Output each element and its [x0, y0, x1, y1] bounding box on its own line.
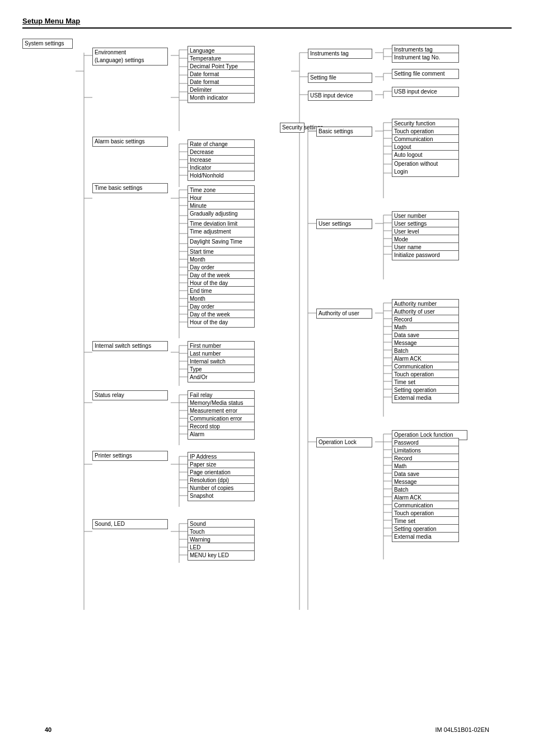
status-relay-node: Status relay	[92, 390, 168, 400]
setting-file-comment-node: Setting file comment	[392, 69, 459, 79]
doc-reference: IM 04L51B01-02EN	[435, 726, 489, 733]
operation-lock-node: Operation Lock	[316, 437, 372, 447]
alarm-basic-settings-node: Alarm basic settings	[92, 137, 168, 147]
external-media-lock-node: External media	[392, 532, 459, 542]
basic-settings-node: Basic settings	[316, 127, 372, 137]
user-settings-node: User settings	[316, 219, 372, 229]
usb-input-device-parent-node: USB input device	[308, 91, 372, 101]
and-or-node: And/Or	[188, 372, 255, 382]
page-number: 40	[45, 726, 51, 733]
menu-key-led-node: MENU key LED	[188, 550, 255, 561]
hold-nonhold-node: Hold/Nonhold	[188, 171, 255, 181]
end-hour-of-day-node: Hour of the day	[188, 318, 255, 328]
usb-input-device-child-node: USB input device	[392, 87, 459, 97]
internal-switch-settings-node: Internal switch settings	[92, 341, 168, 351]
page-wrap: Setup Menu Map	[22, 17, 512, 744]
initialize-password-node: Initialize password	[392, 250, 459, 260]
alarm-node: Alarm	[188, 430, 255, 440]
page-footer: 40 IM 04L51B01-02EN	[45, 726, 489, 733]
system-settings-node: System settings	[22, 39, 73, 49]
setting-file-parent-node: Setting file	[308, 73, 372, 83]
printer-settings-node: Printer settings	[92, 451, 168, 461]
security-settings-node: Security settings	[280, 123, 305, 133]
instruments-tag-no-node: Instrument tag No.	[392, 53, 459, 63]
diagram-container: System settings Environment(Language) se…	[22, 39, 526, 744]
operation-without-login-node: Operation withoutLogin	[392, 159, 459, 177]
page-title: Setup Menu Map	[22, 17, 512, 29]
authority-of-user-node: Authority of user	[316, 309, 372, 319]
instruments-tag-parent-node: Instruments tag	[308, 49, 372, 59]
environment-settings-node: Environment(Language) settings	[92, 48, 168, 66]
external-media-auth-node: External media	[392, 393, 459, 403]
time-basic-settings-node: Time basic settings	[92, 183, 168, 193]
month-indicator-node: Month indicator	[188, 93, 255, 103]
snapshot-node: Snapshot	[188, 491, 255, 501]
sound-led-node: Sound, LED	[92, 519, 168, 529]
